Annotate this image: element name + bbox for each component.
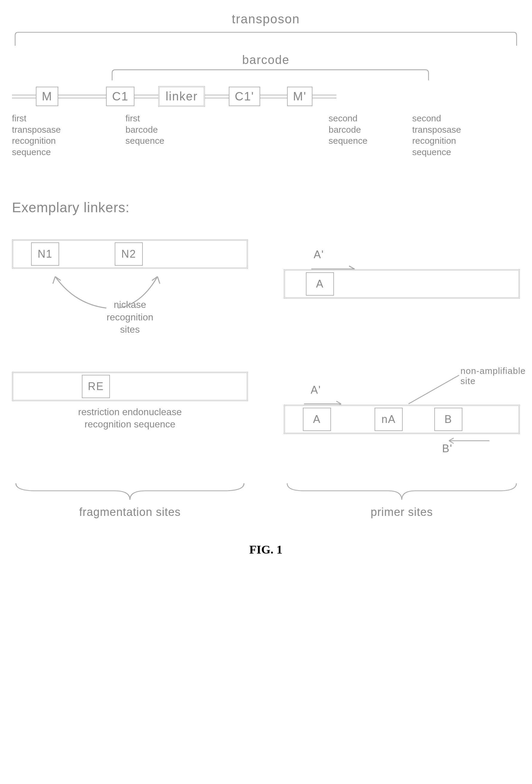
cell-B: B bbox=[434, 408, 463, 431]
label-Bprime: B' bbox=[442, 442, 452, 455]
box-C1p: C1' bbox=[229, 87, 260, 106]
linker-primerA: A' A bbox=[284, 240, 520, 299]
transposon-row: M C1 linker C1' M' bbox=[12, 86, 520, 107]
section-heading: Exemplary linkers: bbox=[12, 199, 520, 216]
cell-RE: RE bbox=[82, 375, 110, 398]
transposon-brace bbox=[12, 29, 520, 47]
transposon-label: transposon bbox=[12, 12, 520, 26]
linker-nonamp: non-amplifiable site A' A nA B B' bbox=[284, 372, 520, 455]
box-linker: linker bbox=[158, 86, 205, 107]
cell-N1: N1 bbox=[31, 243, 59, 266]
annotation-C1p: second barcode sequence bbox=[329, 113, 412, 158]
annotation-row: first transposase recognition sequence f… bbox=[12, 113, 520, 158]
annotation-Mp: second transposase recognition sequence bbox=[412, 113, 508, 158]
linker-RE: RE restriction endonuclease recognition … bbox=[12, 372, 248, 431]
cell-nA: nA bbox=[375, 408, 403, 431]
box-Mp: M' bbox=[287, 87, 313, 106]
box-M: M bbox=[36, 87, 58, 106]
barcode-label: barcode bbox=[12, 53, 520, 67]
figure-caption: FIG. 1 bbox=[12, 542, 520, 557]
brace-fragmentation bbox=[12, 482, 248, 503]
annotation-C1: first barcode sequence bbox=[108, 113, 221, 158]
barcode-brace bbox=[111, 68, 430, 80]
group-label-right: primer sites bbox=[284, 506, 520, 519]
re-caption: restriction endonuclease recognition seq… bbox=[12, 406, 248, 431]
annotation-M: first transposase recognition sequence bbox=[12, 113, 108, 158]
brace-primer bbox=[284, 482, 520, 503]
group-label-left: fragmentation sites bbox=[12, 506, 248, 519]
linker-nickase: N1 N2 nickase recognition sites bbox=[12, 240, 248, 336]
box-C1: C1 bbox=[106, 87, 135, 106]
cell-A-bottom: A bbox=[303, 408, 331, 431]
cell-N2: N2 bbox=[115, 243, 143, 266]
cell-A-top: A bbox=[306, 272, 334, 296]
